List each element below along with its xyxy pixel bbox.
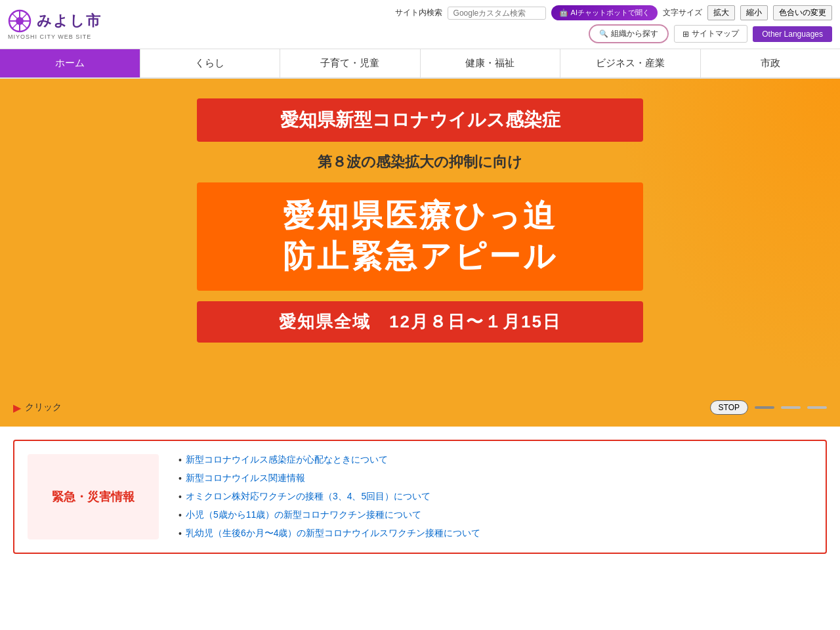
nav-item-kurashi[interactable]: くらし	[140, 49, 281, 77]
emergency-link[interactable]: 新型コロナウイルス感染症が心配なときについて	[178, 454, 480, 466]
other-languages-button[interactable]: Other Languages	[753, 26, 832, 42]
slide-dot-2[interactable]	[781, 406, 801, 409]
nav-item-business[interactable]: ビジネス・産業	[560, 49, 701, 77]
shrink-font-button[interactable]: 縮小	[740, 5, 768, 20]
play-icon: ▶	[13, 402, 21, 414]
logo-sub: MIYOSHI CITY WEB SITE	[8, 33, 102, 40]
slide-dot-3[interactable]	[807, 406, 827, 409]
hero-slider: 愛知県新型コロナウイルス感染症 第８波の感染拡大の抑制に向け 愛知県医療ひっ迫 …	[0, 79, 840, 427]
slide-dot-1[interactable]	[755, 406, 774, 409]
nav-item-kodomo[interactable]: 子育て・児童	[280, 49, 421, 77]
slide-controls-right: STOP	[710, 400, 827, 415]
search-input[interactable]	[448, 7, 546, 20]
nav-item-home[interactable]: ホーム	[0, 49, 140, 77]
emergency-label-box: 緊急・災害情報	[28, 454, 159, 539]
emergency-link[interactable]: 小児（5歳から11歳）の新型コロナワクチン接種について	[178, 509, 480, 521]
emergency-link[interactable]: 乳幼児（生後6か月〜4歳）の新型コロナウイルスワクチン接種について	[178, 528, 480, 539]
click-hint: ▶ クリック	[13, 402, 62, 414]
nav-item-health[interactable]: 健康・福祉	[421, 49, 561, 77]
sitemap-button[interactable]: サイトマップ	[674, 25, 747, 43]
org-search-button[interactable]: 組織から探す	[589, 24, 669, 43]
click-hint-label: クリック	[25, 402, 62, 413]
emergency-section: 緊急・災害情報 新型コロナウイルス感染症が心配なときについて新型コロナウイルス関…	[13, 440, 827, 554]
emergency-link[interactable]: 新型コロナウイルス関連情報	[178, 472, 480, 484]
logo-area: みよし市 MIYOSHI CITY WEB SITE	[8, 9, 102, 40]
emergency-links: 新型コロナウイルス感染症が心配なときについて新型コロナウイルス関連情報オミクロン…	[178, 454, 480, 539]
banner-main-line1: 愛知県医療ひっ迫	[283, 198, 557, 233]
logo-icon: みよし市	[8, 9, 102, 33]
slider-controls: ▶ クリック STOP	[0, 400, 840, 415]
logo-svg	[8, 9, 32, 33]
banner-main: 愛知県医療ひっ迫 防止緊急アピール	[197, 182, 643, 291]
banner-date[interactable]: 愛知県全域 12月８日〜１月15日	[197, 301, 643, 343]
search-row: サイト内検索 AIチャットボットで聞く 文字サイズ 拡大 縮小 色合いの変更	[395, 5, 832, 20]
header-right: サイト内検索 AIチャットボットで聞く 文字サイズ 拡大 縮小 色合いの変更 組…	[395, 5, 832, 43]
banner-top[interactable]: 愛知県新型コロナウイルス感染症	[197, 98, 643, 142]
stop-button[interactable]: STOP	[710, 400, 748, 415]
utility-row: 組織から探す サイトマップ Other Languages	[589, 24, 832, 43]
banner-subtitle: 第８波の感染拡大の抑制に向け	[318, 152, 522, 172]
nav-item-city[interactable]: 市政	[701, 49, 841, 77]
font-size-label: 文字サイズ	[663, 7, 702, 18]
emergency-inner: 緊急・災害情報 新型コロナウイルス感染症が心配なときについて新型コロナウイルス関…	[28, 454, 812, 539]
header: みよし市 MIYOSHI CITY WEB SITE サイト内検索 AIチャット…	[0, 0, 840, 49]
enlarge-font-button[interactable]: 拡大	[707, 5, 735, 20]
ai-chatbot-button[interactable]: AIチャットボットで聞く	[551, 5, 658, 20]
emergency-link[interactable]: オミクロン株対応ワクチンの接種（3、4、5回目）について	[178, 491, 480, 503]
banner-main-line2: 防止緊急アピール	[283, 239, 558, 274]
color-change-button[interactable]: 色合いの変更	[773, 5, 832, 20]
emergency-label: 緊急・災害情報	[52, 489, 135, 505]
logo-text: みよし市	[37, 11, 102, 31]
hero-content: 愛知県新型コロナウイルス感染症 第８波の感染拡大の抑制に向け 愛知県医療ひっ迫 …	[0, 79, 840, 362]
main-navigation: ホーム くらし 子育て・児童 健康・福祉 ビジネス・産業 市政	[0, 49, 840, 79]
search-label: サイト内検索	[395, 7, 442, 18]
